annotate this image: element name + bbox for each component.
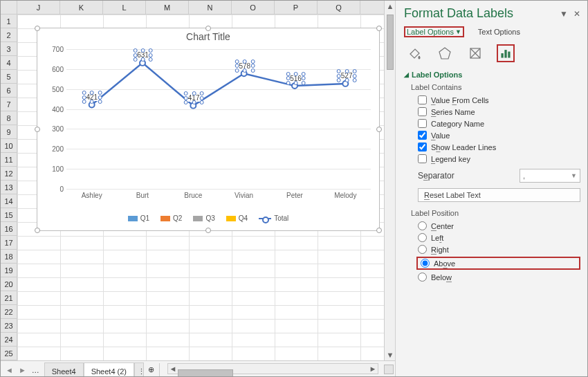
column-header[interactable]: O [232,1,275,14]
data-label-handle[interactable] [337,74,341,78]
row-header[interactable]: 9 [1,125,17,139]
tab-text-options[interactable]: Text Options [475,26,523,37]
data-label-handle[interactable] [302,72,306,76]
tab-label-options[interactable]: Label Options ▼ [404,26,464,37]
data-label-handle[interactable] [82,91,86,95]
legend-item[interactable]: Q2 [160,214,182,222]
scroll-down-arrow[interactable]: ▼ [386,351,394,359]
data-label-handle[interactable] [200,96,204,100]
data-label-handle[interactable] [337,69,341,73]
data-label-handle[interactable] [200,91,204,95]
column-header[interactable]: L [103,1,146,14]
data-label-handle[interactable] [192,91,196,95]
legend-item[interactable]: Q3 [193,214,214,222]
data-label-handle[interactable] [235,64,239,68]
close-icon[interactable]: ✕ [573,9,580,19]
column-header[interactable]: P [275,1,318,14]
row-header[interactable]: 19 [1,264,17,277]
radio-center[interactable]: Center [418,221,580,230]
cells-grid[interactable]: Chart Title 0100200300400500600700 Ashle… [17,15,384,360]
sheet-tab-active[interactable]: Sheet4 (2) [84,362,134,376]
data-label[interactable]: 631 [136,51,150,59]
vscroll-thumb[interactable] [387,15,394,70]
data-label[interactable]: 421 [84,93,99,101]
row-header[interactable]: 13 [1,181,17,194]
resize-handle[interactable] [376,228,382,233]
row-header[interactable]: 12 [1,167,17,181]
checkbox-legend-key[interactable]: Legend key [418,154,580,163]
column-header[interactable]: Q [318,1,360,14]
row-header[interactable]: 18 [1,250,17,264]
legend-item[interactable]: Q1 [128,214,149,222]
row-header[interactable]: 24 [1,333,17,347]
data-label-handle[interactable] [200,100,204,104]
column-header[interactable]: K [60,1,103,14]
data-label-handle[interactable] [286,76,290,80]
row-header[interactable]: 2 [1,28,17,42]
new-sheet-button[interactable]: ⊕ [144,361,158,376]
row-header[interactable]: 16 [1,222,17,236]
column-header[interactable]: N [189,1,232,14]
data-label[interactable]: 578 [237,62,252,70]
data-label-handle[interactable] [344,69,349,73]
row-header[interactable]: 15 [1,208,17,222]
data-label-handle[interactable] [353,69,357,73]
row-header[interactable]: 1 [1,15,17,28]
column-header[interactable]: J [17,1,60,14]
vertical-scrollbar[interactable]: ▲ ▼ [384,1,395,360]
checkbox-show-leader-lines[interactable]: Show Leader Lines [418,142,580,151]
scroll-right-arrow[interactable]: ► [368,365,378,373]
separator-dropdown[interactable]: ,▼ [520,169,580,183]
radio-above[interactable]: Above [416,257,580,270]
row-header[interactable]: 21 [1,291,17,305]
data-label-handle[interactable] [235,59,239,64]
row-header[interactable]: 11 [1,153,17,167]
checkbox-series-name[interactable]: Series Name [418,107,580,116]
row-header[interactable]: 10 [1,139,17,153]
data-label-handle[interactable] [235,68,239,73]
data-label-handle[interactable] [82,95,86,100]
data-label[interactable]: 516 [288,75,303,82]
data-label-handle[interactable] [250,64,255,68]
data-label-handle[interactable] [286,72,290,76]
data-label-handle[interactable] [98,91,102,95]
data-label-handle[interactable] [90,91,94,95]
data-label-handle[interactable] [353,78,357,82]
reset-label-text-button[interactable]: Reset Label Text [418,188,580,202]
checkbox-value-from-cells[interactable]: Value From Cells [418,95,580,104]
sheet-tab-more[interactable]: ⋮ [134,362,144,376]
resize-handle[interactable] [35,127,40,132]
horizontal-scrollbar[interactable]: ◄ ► [167,363,378,374]
resize-handle[interactable] [205,228,211,233]
resize-handle[interactable] [376,127,382,132]
scroll-up-arrow[interactable]: ▲ [386,2,394,10]
data-label-handle[interactable] [184,91,188,95]
size-properties-icon[interactable] [466,44,484,62]
data-label-handle[interactable] [141,48,145,53]
sheet-tab[interactable]: Sheet4 [44,362,84,376]
legend-item[interactable]: Q4 [226,214,248,222]
row-header[interactable]: 8 [1,111,17,125]
checkbox-value[interactable]: Value [418,131,580,140]
row-header[interactable]: 22 [1,305,17,319]
effects-pentagon-icon[interactable] [436,44,454,62]
data-label-handle[interactable] [133,57,137,62]
data-label-handle[interactable] [184,96,188,100]
data-label-handle[interactable] [133,48,137,53]
row-header[interactable]: 6 [1,84,17,98]
data-label-handle[interactable] [149,53,153,57]
chart-legend[interactable]: Q1Q2Q3Q4Total [37,214,379,222]
bar-chart-icon[interactable] [497,44,515,62]
embedded-chart[interactable]: Chart Title 0100200300400500600700 Ashle… [37,28,380,231]
data-label-handle[interactable] [353,74,357,78]
view-controls[interactable] [384,365,394,374]
data-label-handle[interactable] [98,95,102,100]
sheet-nav[interactable]: ◄►… [1,361,44,376]
data-label-handle[interactable] [286,81,290,85]
data-label-handle[interactable] [243,59,247,64]
data-label-handle[interactable] [133,53,137,57]
data-label-handle[interactable] [250,59,255,64]
data-label-handle[interactable] [149,48,153,53]
row-header[interactable]: 14 [1,194,17,208]
section-label-options[interactable]: ◢Label Options [404,71,580,79]
